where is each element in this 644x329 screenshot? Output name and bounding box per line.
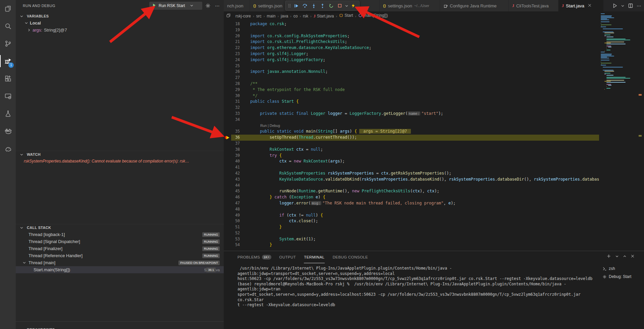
tab-settings-json[interactable]: {}settings.json — [250, 0, 287, 11]
terminal-session-zsh[interactable]: zsh — [600, 265, 643, 273]
close-icon[interactable] — [588, 3, 592, 8]
gutter[interactable] — [224, 213, 231, 219]
gutter[interactable] — [224, 194, 231, 200]
watch-header[interactable]: WATCH — [16, 151, 224, 158]
panel-tab-output[interactable]: OUTPUT — [279, 251, 296, 263]
activity-run-debug-icon[interactable]: 1 — [0, 52, 16, 70]
panel-tab-debug-console[interactable]: DEBUG CONSOLE — [333, 251, 368, 263]
gutter[interactable] — [224, 45, 231, 51]
gutter[interactable] — [224, 87, 231, 93]
gear-icon[interactable] — [204, 2, 212, 9]
chevron-down-icon[interactable] — [615, 254, 619, 258]
breadcrumb-item[interactable]: main — [267, 14, 275, 18]
tab-clitoolstest-java[interactable]: JCliToolsTest.java — [509, 0, 558, 11]
copy-icon[interactable] — [226, 13, 231, 19]
breadcrumb-item[interactable]: java — [281, 14, 288, 18]
play-icon[interactable] — [152, 3, 156, 9]
variables-header[interactable]: VARIABLES — [16, 13, 224, 19]
chevron-down-icon[interactable] — [621, 4, 625, 8]
gutter[interactable] — [224, 57, 231, 63]
gutter[interactable] — [224, 153, 231, 159]
breadcrumb-item[interactable]: main(String[]) — [358, 13, 388, 18]
chevron-down-icon[interactable] — [190, 3, 194, 9]
gutter[interactable] — [224, 33, 231, 39]
chevron-down-icon[interactable] — [344, 2, 348, 10]
watch-expression[interactable]: rskSystemProperties.databaseKind(): Cann… — [16, 158, 224, 164]
activity-extensions-icon[interactable] — [0, 70, 16, 87]
chevron-up-icon[interactable] — [623, 254, 627, 258]
gutter[interactable] — [224, 93, 231, 99]
call-stack-header[interactable]: CALL STACK — [16, 224, 224, 231]
breakpoint-paused-icon[interactable] — [224, 135, 231, 141]
step-into-icon[interactable] — [310, 2, 318, 10]
close-icon[interactable] — [631, 254, 635, 258]
breadcrumb-item[interactable]: co — [293, 14, 298, 18]
run-configuration-label[interactable]: Run RSK Start — [159, 3, 185, 8]
variable-args[interactable]: args: String[2]@7 — [16, 27, 224, 34]
gutter[interactable] — [224, 218, 231, 224]
continue-icon[interactable] — [292, 2, 300, 10]
code-editor[interactable]: 18package co.rsk;1920import co.rsk.confi… — [224, 21, 599, 251]
more-actions-icon[interactable]: ⋯ — [214, 2, 221, 9]
gutter[interactable] — [224, 141, 231, 147]
activity-remote-explorer-icon[interactable] — [0, 87, 16, 105]
panel-tab-problems[interactable]: PROBLEMS1K+ — [237, 251, 271, 263]
gutter[interactable] — [224, 123, 231, 129]
gutter[interactable] — [224, 99, 231, 105]
step-over-icon[interactable] — [301, 2, 309, 10]
gutter[interactable] — [224, 63, 231, 69]
more-actions-icon[interactable]: ⋯ — [637, 3, 641, 8]
breadcrumb-item[interactable]: Start — [339, 13, 353, 18]
restart-icon[interactable] — [327, 2, 335, 10]
breadcrumb-item[interactable]: rsk — [303, 14, 308, 18]
activity-search-icon[interactable] — [0, 17, 16, 35]
gutter[interactable] — [224, 188, 231, 194]
activity-explorer-icon[interactable] — [0, 0, 16, 17]
activity-testing-icon[interactable] — [0, 105, 16, 122]
call-stack-thread[interactable]: Thread [Signal Dispatcher]RUNNING — [16, 238, 224, 245]
gutter[interactable] — [224, 27, 231, 33]
gutter[interactable] — [224, 224, 231, 230]
gutter[interactable] — [224, 242, 231, 248]
breadcrumb-item[interactable]: JStart.java — [314, 14, 334, 19]
gutter[interactable] — [224, 75, 231, 81]
gutter[interactable] — [224, 21, 231, 27]
gutter[interactable] — [224, 230, 231, 236]
gutter[interactable] — [224, 117, 231, 123]
stack-frame-selected[interactable]: Start.main(String[]) Start.java 36:1 — [16, 266, 224, 273]
activity-docker-icon[interactable] — [0, 122, 16, 140]
tab-configure-java-runtime[interactable]: Configure Java Runtime — [440, 0, 509, 11]
breakpoints-header[interactable]: BREAKPOINTS — [16, 326, 224, 329]
gutter[interactable] — [224, 183, 231, 189]
gutter[interactable] — [224, 177, 231, 183]
stop-icon[interactable] — [336, 2, 344, 10]
tab-nch-json[interactable]: nch.json — [224, 0, 250, 11]
tab-start-java[interactable]: JStart.java — [558, 0, 604, 11]
run-icon[interactable] — [612, 3, 618, 8]
gutter[interactable] — [224, 158, 231, 164]
split-editor-icon[interactable] — [628, 3, 633, 8]
gutter[interactable] — [224, 236, 231, 242]
panel-tab-terminal[interactable]: TERMINAL — [304, 251, 324, 263]
call-stack-thread[interactable]: Thread [main]PAUSED ON BREAKPOINT — [16, 259, 224, 266]
variables-scope-local[interactable]: Local — [16, 19, 224, 27]
gutter[interactable] — [224, 206, 231, 213]
gutter[interactable] — [224, 111, 231, 117]
run-configuration-dropdown[interactable]: Run RSK Start — [149, 2, 202, 10]
gutter[interactable] — [224, 129, 231, 135]
gutter[interactable] — [224, 171, 231, 177]
gutter[interactable] — [224, 51, 231, 57]
gutter[interactable] — [224, 81, 231, 87]
run-debug-codelens[interactable]: Run | Debug — [250, 123, 280, 129]
terminal-output[interactable]: /usr/bin/env /Library/Internet\ Plug-Ins… — [237, 266, 600, 308]
gutter[interactable] — [224, 105, 231, 111]
plus-icon[interactable] — [606, 254, 611, 258]
gutter[interactable] — [224, 164, 231, 171]
tab-settings-json[interactable]: {}settings.json~/.../User — [380, 0, 440, 11]
gutter[interactable] — [224, 147, 231, 153]
gutter[interactable] — [224, 200, 231, 206]
gutter[interactable] — [224, 39, 231, 45]
call-stack-thread[interactable]: Thread [logback-1]RUNNING — [16, 231, 224, 238]
minimap[interactable] — [601, 13, 633, 235]
breadcrumb-item[interactable]: rskj-core — [235, 14, 251, 18]
